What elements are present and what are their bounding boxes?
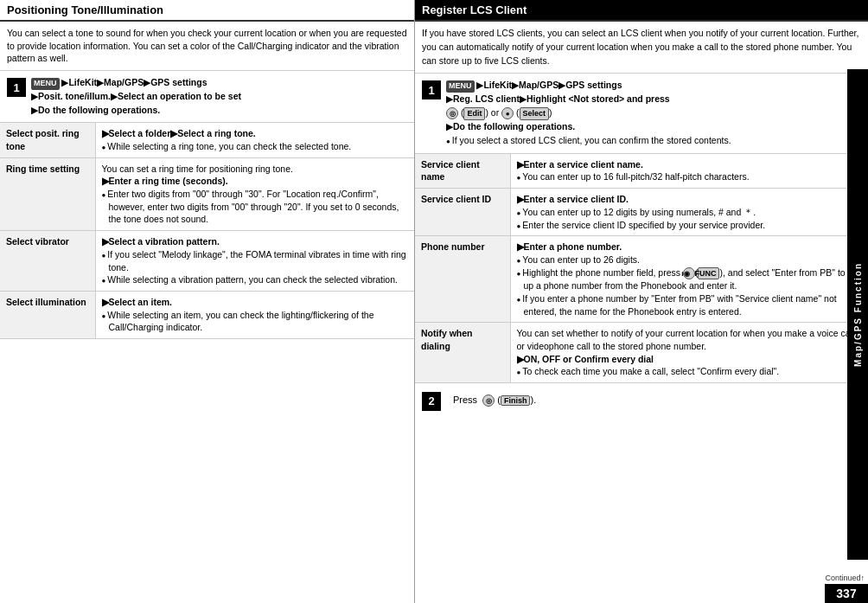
- row-label: Select vibrator: [0, 231, 95, 292]
- bullet-item: You can enter up to 12 digits by using n…: [517, 206, 863, 219]
- right-intro: If you have stored LCS clients, you can …: [415, 22, 868, 74]
- row-label: Ring time setting: [0, 157, 95, 230]
- finish-key-label: Finish: [501, 395, 531, 406]
- table-row: Service client name ▶Enter a service cli…: [415, 154, 868, 189]
- left-intro: You can select a tone to sound for when …: [0, 22, 414, 71]
- bullet-item: If you select "Melody linkage", the FOMA…: [102, 248, 409, 273]
- right-panel: Register LCS Client If you have stored L…: [415, 0, 868, 603]
- bullet-item: Highlight the phone number field, press …: [517, 266, 863, 292]
- main-container: Positioning Tone/Illumination You can se…: [0, 0, 868, 603]
- right-settings-table: Service client name ▶Enter a service cli…: [415, 154, 868, 383]
- bullet-item: Enter the service client ID specified by…: [517, 219, 863, 232]
- right-header: Register LCS Client: [415, 0, 868, 22]
- row-label: Service client name: [415, 154, 510, 189]
- left-title: Positioning Tone/Illumination: [7, 3, 407, 16]
- table-row: Select vibrator ▶Select a vibration patt…: [0, 231, 414, 292]
- right-step-line1: ▶LifeKit▶Map/GPS▶GPS settings: [476, 80, 622, 90]
- right-step2: 2 Press ◎ (Finish).: [415, 383, 868, 418]
- step-line1: ▶LifeKit▶Map/GPS▶GPS settings: [61, 77, 207, 87]
- bullet-item: Enter two digits from "00" through "30".…: [102, 188, 409, 226]
- bullet-item: You can enter up to 26 digits.: [517, 253, 863, 266]
- continued-label: Continued↑: [821, 572, 868, 584]
- circle-edit-key: ◎: [446, 107, 458, 119]
- right-step-number: 1: [422, 80, 441, 99]
- menu-key: MENU: [31, 78, 60, 90]
- page-number: 337: [825, 584, 868, 603]
- bullet-item: You can enter up to 16 full-pitch/32 hal…: [517, 170, 863, 183]
- left-header: Positioning Tone/Illumination: [0, 0, 414, 22]
- table-row: Phone number ▶Enter a phone number. You …: [415, 236, 868, 323]
- row-content: You can set a ring time for positioning …: [95, 157, 414, 230]
- press-label: Press: [453, 395, 477, 405]
- row-content: ▶Enter a phone number. You can enter up …: [510, 236, 868, 323]
- row-label: Phone number: [415, 236, 510, 323]
- row-content: You can set whether to notify of your cu…: [510, 323, 868, 383]
- bullet-item: If you enter a phone number by "Enter fr…: [517, 292, 863, 318]
- left-step-number: 1: [7, 78, 26, 97]
- row-content: ▶Select a vibration pattern. If you sele…: [95, 231, 414, 292]
- left-settings-table: Select posit. ring tone ▶Select a folder…: [0, 123, 414, 339]
- right-step1: 1 MENU ▶LifeKit▶Map/GPS▶GPS settings ▶Re…: [415, 74, 868, 154]
- right-panel-inner: Register LCS Client If you have stored L…: [415, 0, 868, 603]
- row-content: ▶Enter a service client name. You can en…: [510, 154, 868, 189]
- finish-circle-key: ◎: [482, 395, 495, 407]
- bullet-item: To check each time you make a call, sele…: [517, 365, 863, 378]
- step2-content: Press ◎ (Finish).: [453, 395, 536, 407]
- right-step-line4: ▶Do the following operations.: [446, 121, 575, 132]
- side-tab-label: Map/GPS Function: [853, 262, 863, 367]
- left-step1: 1 MENU ▶LifeKit▶Map/GPS▶GPS settings ▶Po…: [0, 71, 414, 123]
- circle-select-key: ●: [501, 107, 514, 119]
- table-row: Ring time setting You can set a ring tim…: [0, 157, 414, 230]
- step-line2: ▶Posit. tone/illum.▶Select an operation …: [31, 91, 241, 101]
- row-label: Notify when dialing: [415, 323, 510, 383]
- table-row: Select illumination ▶Select an item. Whi…: [0, 291, 414, 338]
- row-content: ▶Select an item. While selecting an item…: [95, 291, 414, 338]
- right-title: Register LCS Client: [422, 3, 861, 16]
- row-content: ▶Enter a service client ID. You can ente…: [510, 189, 868, 236]
- side-tab: Map/GPS Function: [847, 69, 868, 560]
- edit-key-label: (Edit) or: [461, 107, 501, 118]
- row-label: Service client ID: [415, 189, 510, 236]
- row-label: Select illumination: [0, 291, 95, 338]
- bullet-item: While selecting a ring tone, you can che…: [102, 140, 409, 153]
- right-step-line2: ▶Reg. LCS client▶Highlight <Not stored> …: [446, 93, 670, 104]
- page-footer: Continued↑ 337: [821, 572, 868, 603]
- step-line3: ▶Do the following operations.: [31, 105, 160, 115]
- left-step-content: MENU ▶LifeKit▶Map/GPS▶GPS settings ▶Posi…: [31, 76, 407, 117]
- table-row: Notify when dialing You can set whether …: [415, 323, 868, 383]
- right-step-content: MENU ▶LifeKit▶Map/GPS▶GPS settings ▶Reg.…: [446, 79, 861, 148]
- table-row: Service client ID ▶Enter a service clien…: [415, 189, 868, 236]
- row-label: Select posit. ring tone: [0, 123, 95, 157]
- table-row: Select posit. ring tone ▶Select a folder…: [0, 123, 414, 157]
- bullet-item: While selecting a vibration pattern, you…: [102, 273, 409, 286]
- bullet-item: While selecting an item, you can check t…: [102, 309, 409, 334]
- row-content: ▶Select a folder▶Select a ring tone. Whi…: [95, 123, 414, 157]
- left-panel: Positioning Tone/Illumination You can se…: [0, 0, 415, 603]
- right-step2-number: 2: [422, 392, 441, 411]
- menu-key-right: MENU: [446, 80, 475, 93]
- right-step-note: If you select a stored LCS client, you c…: [446, 134, 861, 148]
- select-key-label: (Select): [516, 107, 552, 118]
